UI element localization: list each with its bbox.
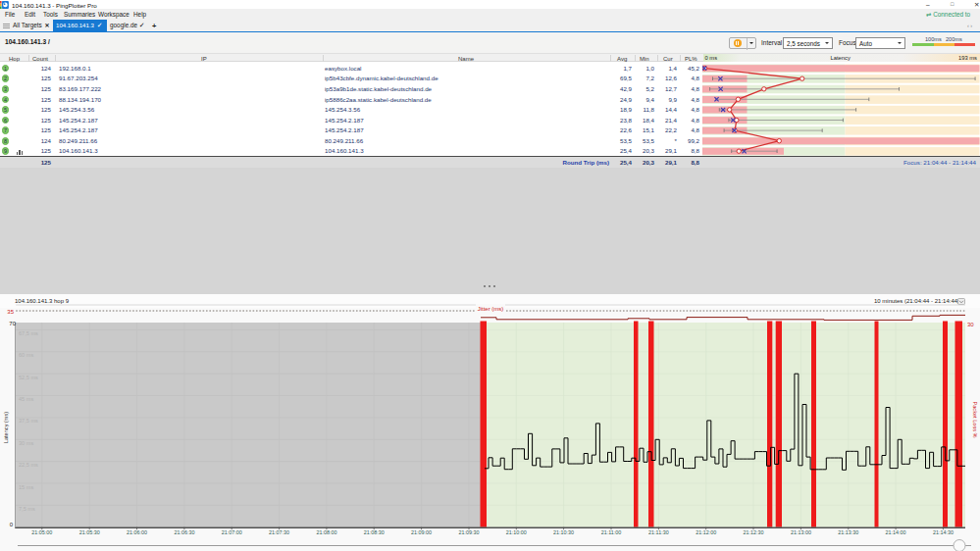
svg-text:30: 30 [967, 322, 974, 327]
svg-text:Latency (ms): Latency (ms) [3, 412, 9, 443]
svg-text:21:07:00: 21:07:00 [222, 529, 242, 535]
svg-text:70: 70 [9, 321, 16, 326]
svg-text:21:13:30: 21:13:30 [838, 529, 858, 535]
svg-text:Jitter (ms): Jitter (ms) [478, 306, 504, 312]
svg-text:21:11:00: 21:11:00 [601, 529, 622, 535]
svg-text:21:08:30: 21:08:30 [364, 529, 385, 535]
svg-text:60 ms: 60 ms [19, 352, 33, 358]
svg-text:35: 35 [7, 309, 14, 315]
svg-text:21:12:30: 21:12:30 [744, 529, 764, 535]
svg-text:21:10:30: 21:10:30 [553, 529, 574, 535]
svg-text:21:07:30: 21:07:30 [269, 529, 289, 535]
svg-text:21:06:00: 21:06:00 [127, 529, 147, 535]
svg-text:21:10:00: 21:10:00 [506, 529, 527, 535]
svg-text:21:13:00: 21:13:00 [791, 529, 811, 535]
svg-text:21:14:30: 21:14:30 [933, 529, 954, 535]
svg-text:15 ms: 15 ms [19, 484, 33, 490]
svg-text:7,5 ms: 7,5 ms [19, 506, 35, 512]
svg-text:52,5 ms: 52,5 ms [19, 375, 38, 380]
svg-text:67,5 ms: 67,5 ms [19, 330, 38, 336]
svg-text:21:09:30: 21:09:30 [459, 529, 480, 535]
svg-text:37,5 ms: 37,5 ms [19, 418, 38, 424]
svg-text:21:12:00: 21:12:00 [696, 529, 716, 535]
svg-text:21:05:00: 21:05:00 [31, 529, 52, 535]
svg-text:0: 0 [10, 522, 14, 527]
svg-text:30 ms: 30 ms [19, 440, 33, 446]
svg-text:Packet Loss %: Packet Loss % [972, 402, 978, 438]
svg-text:21:05:30: 21:05:30 [79, 529, 100, 535]
svg-text:45 ms: 45 ms [19, 396, 33, 402]
svg-text:21:09:00: 21:09:00 [411, 529, 432, 535]
svg-text:21:14:00: 21:14:00 [886, 529, 906, 535]
svg-text:21:11:30: 21:11:30 [648, 529, 669, 535]
svg-text:21:06:30: 21:06:30 [174, 529, 194, 535]
svg-text:21:08:00: 21:08:00 [316, 529, 336, 535]
svg-text:22,5 ms: 22,5 ms [19, 462, 38, 468]
